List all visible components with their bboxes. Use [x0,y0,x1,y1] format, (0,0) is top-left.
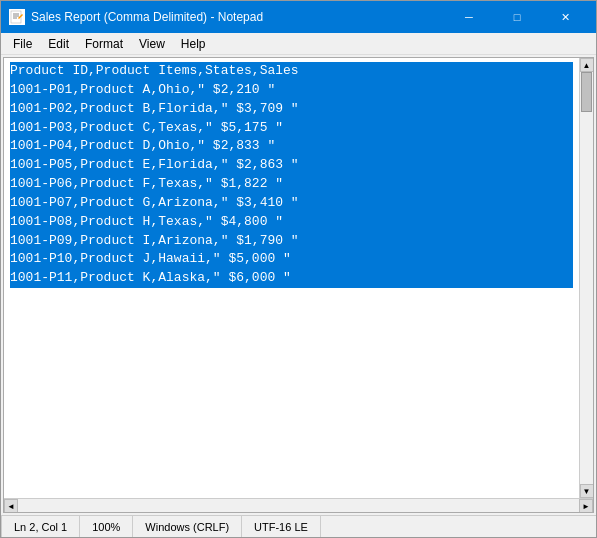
horizontal-scrollbar[interactable]: ◄ ► [4,498,593,512]
title-bar-left: Sales Report (Comma Delimited) - Notepad [9,9,263,25]
menu-file[interactable]: File [5,35,40,53]
line-8: 1001-P07,Product G,Arizona," $3,410 " [10,194,573,213]
minimize-button[interactable]: ─ [446,7,492,27]
line-11: 1001-P10,Product J,Hawaii," $5,000 " [10,250,573,269]
cursor-position: Ln 2, Col 1 [1,516,80,537]
notepad-icon [9,9,25,25]
editor-area: Product ID,Product Items,States,Sales 10… [4,58,593,498]
text-area[interactable]: Product ID,Product Items,States,Sales 10… [4,58,579,498]
status-bar: Ln 2, Col 1 100% Windows (CRLF) UTF-16 L… [1,515,596,537]
scroll-right-arrow[interactable]: ► [579,499,593,513]
encoding: UTF-16 LE [242,516,321,537]
title-bar-controls: ─ □ ✕ [446,7,588,27]
vertical-scrollbar[interactable]: ▲ ▼ [579,58,593,498]
scroll-down-arrow[interactable]: ▼ [580,484,594,498]
line-5: 1001-P04,Product D,Ohio," $2,833 " [10,137,573,156]
notepad-window: Sales Report (Comma Delimited) - Notepad… [0,0,597,538]
window-title: Sales Report (Comma Delimited) - Notepad [31,10,263,24]
scroll-up-arrow[interactable]: ▲ [580,58,594,72]
line-3: 1001-P02,Product B,Florida," $3,709 " [10,100,573,119]
scroll-left-arrow[interactable]: ◄ [4,499,18,513]
menu-edit[interactable]: Edit [40,35,77,53]
maximize-button[interactable]: □ [494,7,540,27]
scroll-track-horizontal[interactable] [18,499,579,512]
line-9: 1001-P08,Product H,Texas," $4,800 " [10,213,573,232]
menu-format[interactable]: Format [77,35,131,53]
scroll-track-vertical[interactable] [580,72,593,484]
line-12: 1001-P11,Product K,Alaska," $6,000 " [10,269,573,288]
line-1: Product ID,Product Items,States,Sales [10,62,573,81]
menu-view[interactable]: View [131,35,173,53]
editor-container: Product ID,Product Items,States,Sales 10… [3,57,594,513]
line-7: 1001-P06,Product F,Texas," $1,822 " [10,175,573,194]
title-bar: Sales Report (Comma Delimited) - Notepad… [1,1,596,33]
close-button[interactable]: ✕ [542,7,588,27]
line-4: 1001-P03,Product C,Texas," $5,175 " [10,119,573,138]
scroll-thumb-vertical[interactable] [581,72,592,112]
menu-bar: File Edit Format View Help [1,33,596,55]
line-2: 1001-P01,Product A,Ohio," $2,210 " [10,81,573,100]
zoom-level: 100% [80,516,133,537]
line-6: 1001-P05,Product E,Florida," $2,863 " [10,156,573,175]
line-endings: Windows (CRLF) [133,516,242,537]
line-10: 1001-P09,Product I,Arizona," $1,790 " [10,232,573,251]
menu-help[interactable]: Help [173,35,214,53]
